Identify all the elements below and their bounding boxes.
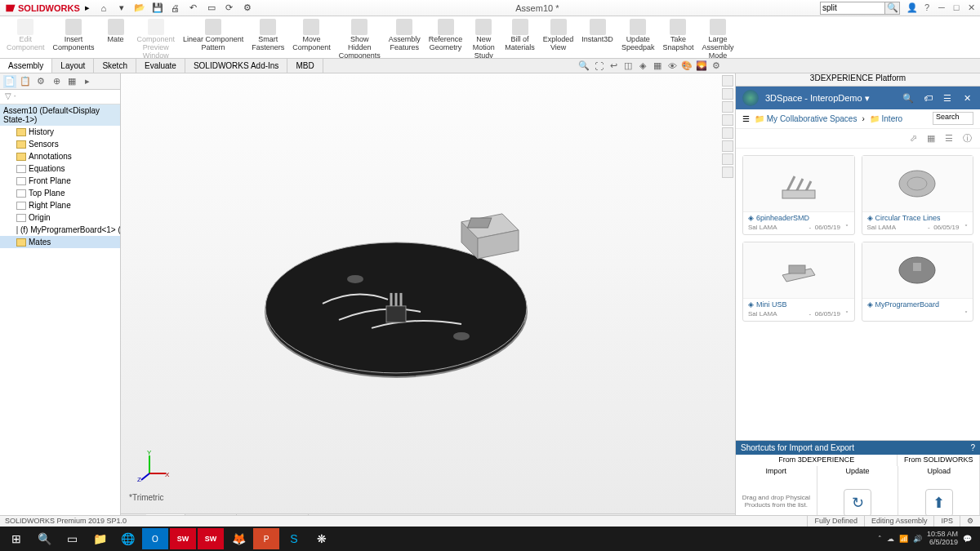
save-icon[interactable]: 💾 (150, 2, 165, 15)
tree-node-top-plane[interactable]: Top Plane (0, 187, 120, 199)
ribbon-linear-component[interactable]: Linear ComponentPattern (180, 18, 247, 53)
file-explorer-icon[interactable]: 📁 (87, 528, 113, 549)
ribbon-mate[interactable]: Mate (100, 18, 132, 45)
options-icon[interactable]: ⚙ (240, 2, 255, 15)
fm-tab-dim-icon[interactable]: ⊕ (50, 75, 63, 88)
tree-node-mates[interactable]: Mates (0, 236, 120, 248)
tray-network-icon[interactable]: 📶 (899, 535, 908, 543)
graphics-area[interactable]: Y X Z *Trimetric ◀ ▶Model3D ViewsMotion … (121, 73, 735, 527)
tab-mbd[interactable]: MBD (287, 59, 323, 73)
tab-sketch[interactable]: Sketch (94, 59, 136, 73)
fm-tab-display-icon[interactable]: ▦ (65, 75, 78, 88)
tp-file-explorer-icon[interactable] (722, 114, 733, 126)
user-icon[interactable]: 👤 (906, 2, 918, 13)
qat-dropdown[interactable]: ▸ (85, 2, 90, 13)
help-icon[interactable]: ? (921, 2, 933, 13)
search-space-icon[interactable]: 🔍 (902, 93, 915, 104)
minimize-icon[interactable]: ─ (936, 2, 947, 13)
tray-cloud-icon[interactable]: ☁ (887, 535, 894, 543)
compass-icon[interactable] (742, 90, 759, 106)
display-style-icon[interactable]: ▦ (652, 60, 663, 72)
list-view-icon[interactable]: ☰ (942, 132, 956, 145)
ribbon-large[interactable]: LargeAssemblyMode (698, 18, 737, 59)
prev-view-icon[interactable]: ↩ (608, 60, 619, 72)
zoom-fit-icon[interactable]: 🔍 (578, 60, 590, 72)
close-icon[interactable]: ✕ (965, 2, 977, 13)
card-mini-usb[interactable]: ◈ Mini USBSal LAMA- 06/05/19 ˅ (742, 242, 855, 322)
space-title[interactable]: 3DSpace - InteropDemo ▾ (765, 93, 895, 104)
fm-tab-property-icon[interactable]: 📋 (19, 75, 32, 88)
view-orient-icon[interactable]: ◈ (637, 60, 648, 72)
tree-node-right-plane[interactable]: Right Plane (0, 199, 120, 211)
chrome-icon[interactable]: 🌐 (114, 528, 140, 549)
tree-node-front-plane[interactable]: Front Plane (0, 175, 120, 187)
tray-up-icon[interactable]: ˄ (878, 535, 882, 543)
home-icon[interactable]: ⌂ (96, 2, 111, 15)
tab-evaluate[interactable]: Evaluate (136, 59, 185, 73)
hide-show-icon[interactable]: 👁 (666, 60, 678, 72)
undo-icon[interactable]: ↶ (186, 2, 201, 15)
crumb-current[interactable]: 📁 Intero (870, 114, 902, 123)
search-input[interactable] (820, 2, 885, 15)
ribbon-update[interactable]: UpdateSpeedpak (618, 18, 658, 53)
crumb-root[interactable]: 📁 My Collaborative Spaces (755, 114, 857, 123)
sw-task-icon[interactable]: SW (170, 528, 196, 549)
update-button[interactable]: ↻ (844, 489, 871, 517)
tag-icon[interactable]: 🏷 (921, 93, 934, 103)
clock[interactable]: 10:58 AM 6/5/2019 (927, 531, 958, 547)
tab-solidworks-add-ins[interactable]: SOLIDWORKS Add-Ins (185, 59, 287, 73)
fm-tab-config-icon[interactable]: ⚙ (34, 75, 47, 88)
scene-icon[interactable]: 🌄 (696, 60, 707, 72)
skype-icon[interactable]: S (281, 528, 307, 549)
search-button[interactable]: 🔍 (885, 2, 900, 15)
tree-node-origin[interactable]: Origin (0, 211, 120, 224)
crumb-menu-icon[interactable]: ☰ (742, 114, 750, 123)
ribbon-bill-of[interactable]: Bill ofMaterials (501, 18, 538, 53)
fm-tab-feature-icon[interactable]: 📄 (3, 75, 16, 88)
new-icon[interactable]: ▾ (114, 2, 129, 15)
powerpoint-icon[interactable]: P (253, 528, 279, 549)
tree-node-annotations[interactable]: Annotations (0, 150, 120, 162)
tp-home-icon[interactable] (722, 75, 733, 87)
ribbon-new[interactable]: NewMotionStudy (467, 18, 500, 59)
zoom-area-icon[interactable]: ⛶ (593, 60, 604, 72)
print-icon[interactable]: 🖨 (168, 2, 183, 15)
ribbon-assembly[interactable]: AssemblyFeatures (385, 18, 424, 53)
ribbon-smart[interactable]: SmartFasteners (248, 18, 287, 53)
tp-view-palette-icon[interactable] (722, 127, 733, 139)
task-view-icon[interactable]: ▭ (59, 528, 85, 549)
close-panel-icon[interactable]: ✕ (960, 93, 973, 104)
search-taskbar-icon[interactable]: 🔍 (31, 528, 57, 549)
tree-filter[interactable]: ▽ · (0, 90, 120, 104)
fm-tab-more-icon[interactable]: ▸ (81, 75, 94, 88)
ribbon-take[interactable]: TakeSnapshot (659, 18, 697, 53)
ribbon-instant3d[interactable]: Instant3D (578, 18, 617, 45)
sw-task-icon-2[interactable]: SW (198, 528, 224, 549)
ribbon-move[interactable]: MoveComponent (289, 18, 334, 53)
firefox-icon[interactable]: 🦊 (225, 528, 252, 549)
upload-button[interactable]: ⬆ (925, 489, 953, 517)
open-icon[interactable]: 📂 (132, 2, 147, 15)
card-circular-trace-lines[interactable]: ◈ Circular Trace LinesSal LAMA- 06/05/19… (862, 155, 974, 235)
select-icon[interactable]: ▭ (204, 2, 219, 15)
ribbon-show[interactable]: ShowHiddenComponents (336, 18, 384, 59)
card-6pinheadersmd[interactable]: ◈ 6pinheaderSMDSal LAMA- 06/05/19 ˅ (742, 155, 855, 235)
shortcuts-help-icon[interactable]: ? (970, 443, 975, 452)
tree-node-history[interactable]: History (0, 126, 120, 138)
settings-taskbar-icon[interactable]: ❋ (309, 528, 335, 549)
tree-node--f-myprogramerboard-1-defa[interactable]: (f) MyProgramerBoard<1> (Defa (0, 224, 120, 236)
rebuild-icon[interactable]: ⟳ (222, 2, 237, 15)
card-myprogramerboard[interactable]: ◈ MyProgramerBoard˅ (862, 242, 974, 322)
tab-layout[interactable]: Layout (52, 59, 94, 73)
grid-view-icon[interactable]: ▦ (924, 132, 938, 145)
ribbon-insert[interactable]: InsertComponents (50, 18, 98, 53)
tray-volume-icon[interactable]: 🔊 (913, 535, 922, 543)
tp-design-lib-icon[interactable] (722, 101, 733, 113)
tree-node-equations[interactable]: Equations (0, 162, 120, 175)
menu-icon[interactable]: ☰ (941, 93, 954, 104)
tab-assembly[interactable]: Assembly (0, 59, 52, 73)
tp-forum-icon[interactable] (722, 167, 733, 178)
ribbon-reference[interactable]: ReferenceGeometry (425, 18, 466, 53)
info-icon[interactable]: ⓘ (960, 132, 973, 145)
status-custom-icon[interactable]: ⚙ (960, 516, 980, 527)
